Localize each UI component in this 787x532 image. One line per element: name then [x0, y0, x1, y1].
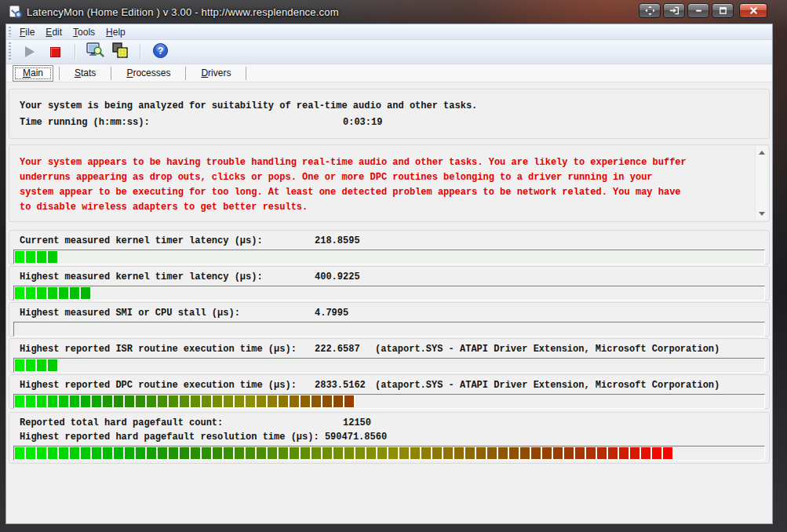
toolbar: ?	[6, 40, 772, 64]
menu-tools[interactable]: Tools	[67, 25, 100, 39]
bar-segment	[158, 447, 169, 459]
bar-segment	[26, 251, 37, 263]
measurement-box: Highest measured SMI or CPU stall (µs): …	[9, 302, 770, 337]
svg-text:?: ?	[157, 45, 163, 56]
menu-edit[interactable]: Edit	[40, 25, 67, 39]
bar-segment	[114, 395, 125, 407]
processes-button[interactable]	[110, 42, 130, 61]
toolbar-grip-2[interactable]	[9, 42, 11, 61]
bar-segment	[301, 447, 312, 459]
analysis-box: Your system is being analyzed for suitab…	[9, 89, 770, 139]
bar-segment	[224, 395, 235, 407]
bar-segment	[15, 287, 26, 299]
toolbar-separator-2	[140, 44, 140, 60]
bar-segment	[586, 447, 597, 459]
bar-segment	[81, 395, 92, 407]
menu-bar: File Edit Tools Help	[6, 24, 772, 40]
tab-stats[interactable]: Stats	[65, 66, 105, 80]
bar-segment	[125, 447, 136, 459]
scroll-down-button[interactable]	[756, 208, 768, 220]
tab-processes[interactable]: Processes	[117, 66, 180, 80]
bar-segment	[388, 447, 399, 459]
bar-segment	[70, 395, 81, 407]
bar-segment	[26, 359, 37, 371]
warning-scrollbar[interactable]	[755, 147, 767, 220]
menu-help[interactable]: Help	[100, 25, 131, 39]
move-icon	[645, 5, 655, 16]
bar-segment	[202, 395, 213, 407]
tab-drivers[interactable]: Drivers	[191, 66, 240, 80]
toolbar-grip[interactable]	[9, 27, 11, 37]
bar-segment	[377, 447, 388, 459]
scroll-up-button[interactable]	[756, 147, 768, 159]
bar-segment	[92, 447, 103, 459]
processes-windows-icon	[111, 42, 129, 62]
bar-segment	[246, 447, 257, 459]
bar-segment	[180, 447, 191, 459]
bar-segment	[290, 395, 301, 407]
bar-segment	[191, 447, 202, 459]
bar-segment	[70, 447, 81, 459]
send-window-button[interactable]	[663, 3, 685, 18]
start-monitor-button[interactable]	[20, 42, 40, 61]
arrow-up-icon	[759, 151, 765, 155]
bar-segment	[268, 447, 279, 459]
bar-segment	[136, 447, 147, 459]
bar-segment	[399, 447, 410, 459]
bar-segment	[246, 395, 257, 407]
bar-segment	[81, 447, 92, 459]
close-button[interactable]	[739, 3, 767, 18]
bar-segment	[136, 395, 147, 407]
minimize-icon	[694, 5, 704, 16]
measurement-value: 4.7995	[315, 306, 348, 320]
bar-segment	[37, 447, 48, 459]
bar-segment	[355, 447, 366, 459]
bar-segment	[487, 447, 498, 459]
measurement-value: 222.6587	[315, 342, 360, 356]
bar-segment	[15, 359, 26, 371]
pagefault-count-label: Reported total hard pagefault count:	[20, 417, 223, 428]
bar-segment	[652, 447, 663, 459]
bar-segment	[224, 447, 235, 459]
bar-segment	[15, 251, 26, 263]
bar-segment	[70, 287, 81, 299]
bar-segment	[59, 395, 70, 407]
measurement-driver-info: (ataport.SYS - ATAPI Driver Extension, M…	[375, 378, 720, 392]
maximize-button[interactable]	[712, 3, 734, 18]
measurement-value: 400.9225	[315, 270, 360, 284]
bar-segment	[476, 447, 487, 459]
bar-segment	[147, 447, 158, 459]
bar-segment	[312, 447, 322, 459]
bar-segment	[26, 287, 37, 299]
play-icon	[25, 46, 35, 57]
measurement-progress-bar	[13, 250, 765, 264]
measurement-label: Highest reported ISR routine execution t…	[20, 344, 297, 355]
tab-main[interactable]: Main	[13, 65, 53, 82]
bar-segment	[15, 395, 26, 407]
analyze-system-button[interactable]	[85, 42, 105, 61]
bar-segment	[92, 395, 103, 407]
bar-segment	[48, 447, 59, 459]
measurement-label: Current measured kernel timer latency (µ…	[20, 235, 263, 246]
bar-segment	[619, 447, 630, 459]
menu-file[interactable]: File	[14, 25, 40, 39]
bar-segment	[290, 447, 301, 459]
bar-segment	[553, 447, 564, 459]
move-window-button[interactable]	[639, 3, 661, 18]
pagefault-count-value: 12150	[343, 416, 371, 430]
app-icon	[8, 5, 22, 19]
bar-segment	[509, 447, 520, 459]
bar-segment	[279, 447, 290, 459]
minimize-button[interactable]	[687, 3, 709, 18]
analysis-status-text: Your system is being analyzed for suitab…	[20, 100, 477, 111]
bar-segment	[597, 447, 608, 459]
title-bar[interactable]: LatencyMon (Home Edition ) v 3.00 - http…	[0, 0, 787, 24]
bar-segment	[191, 395, 202, 407]
stop-icon	[50, 47, 60, 57]
measurement-progress-bar	[13, 358, 765, 373]
bar-segment	[344, 447, 355, 459]
bar-segment	[312, 395, 322, 407]
help-icon: ?	[152, 42, 169, 62]
stop-monitor-button[interactable]	[45, 42, 65, 61]
help-button[interactable]: ?	[150, 42, 170, 61]
